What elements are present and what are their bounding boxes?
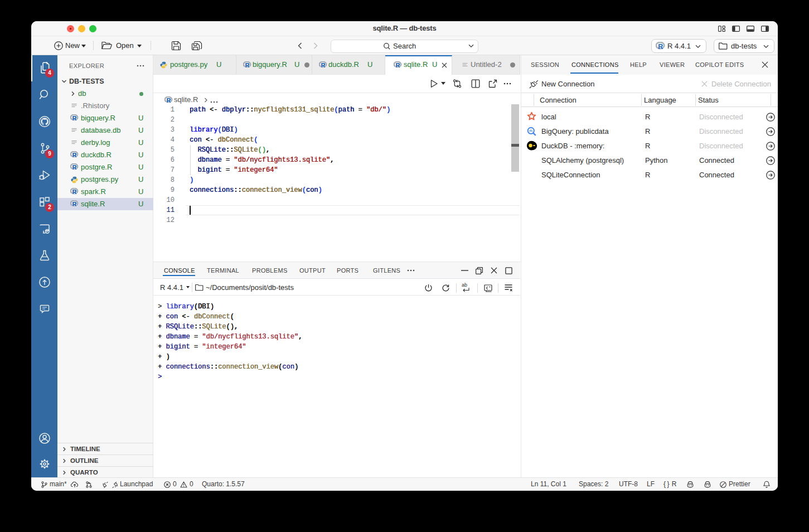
svg-text:R: R bbox=[396, 62, 400, 69]
svg-text:R: R bbox=[321, 62, 326, 69]
svg-text:R: R bbox=[245, 62, 250, 69]
svg-text:R: R bbox=[658, 43, 663, 50]
svg-text:R: R bbox=[72, 115, 77, 122]
svg-text:R: R bbox=[72, 164, 77, 171]
svg-text:R: R bbox=[72, 188, 77, 195]
svg-text:R: R bbox=[72, 152, 77, 158]
svg-text:R: R bbox=[167, 97, 171, 104]
svg-text:R: R bbox=[72, 201, 77, 207]
